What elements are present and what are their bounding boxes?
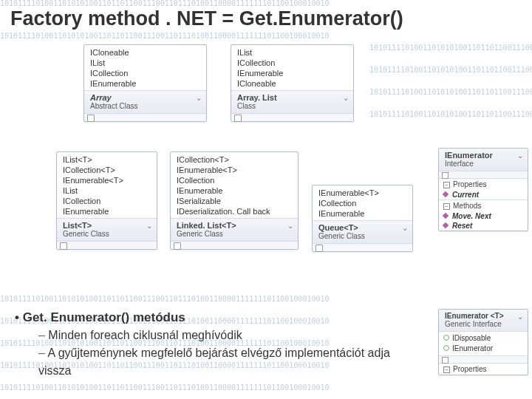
binary-bg-row: 1010111101001101010100110110110011100110… — [0, 33, 532, 40]
class-name: List<T> — [63, 221, 151, 230]
class-name: Array — [90, 93, 200, 102]
interface-item: ICollection — [63, 196, 151, 206]
section-methods[interactable]: −Methods — [439, 200, 528, 211]
binary-bg-row: 1010111101001101010100110110110011100110… — [369, 44, 532, 52]
chevron-icon[interactable]: ⌄ — [146, 222, 152, 230]
lollipop-icon — [443, 335, 449, 341]
interface-item: IDisposable — [452, 333, 523, 344]
class-kind: Abstract Class — [90, 102, 200, 110]
lollipop-icon — [443, 345, 449, 351]
slide-title: Factory method . NET = Get.Enumerator() — [10, 7, 403, 30]
expand-toggle[interactable] — [439, 171, 528, 178]
class-name: Linked. List<T> — [177, 221, 292, 230]
class-kind: Generic Class — [318, 232, 406, 240]
section-properties[interactable]: −Properties — [439, 363, 528, 375]
binary-bg-row: 1010111101001101010100110110110011100110… — [0, 296, 532, 303]
expand-toggle[interactable] — [231, 113, 353, 121]
bullet-list: Get. Enumerator() metódus Minden foreach… — [15, 309, 421, 380]
chevron-icon[interactable]: ⌄ — [402, 224, 408, 232]
class-array: ICloneable IList ICollection IEnumerable… — [83, 44, 207, 122]
interface-item: IEnumerable — [318, 208, 406, 219]
class-name: Array. List — [237, 93, 347, 102]
interfaces-list: IList ICollection IEnumerable ICloneable — [231, 45, 353, 90]
interface-item: IList — [237, 47, 347, 58]
interface-item: IList — [90, 58, 200, 68]
interface-item: IList — [63, 185, 151, 196]
property-current: Current — [439, 190, 528, 200]
class-list-t: IList<T> ICollection<T> IEnumerable<T> I… — [56, 151, 157, 250]
section-label: Properties — [453, 180, 487, 188]
interface-ienumerator-t: IEnumerator <T> Generic Interface ⌄ IDis… — [438, 309, 528, 375]
interface-item: IEnumerable — [237, 68, 347, 78]
class-queue-t: IEnumerable<T> ICollection IEnumerable Q… — [312, 185, 413, 252]
interface-kind: Interface — [445, 160, 522, 168]
interface-item: ICollection<T> — [177, 154, 292, 165]
expand-toggle[interactable] — [313, 243, 412, 251]
expand-toggle[interactable] — [57, 241, 157, 249]
interface-kind: Generic Interface — [445, 320, 522, 328]
interface-item: IList<T> — [63, 154, 151, 165]
interface-name: IEnumerator — [445, 151, 522, 160]
chevron-icon[interactable]: ⌄ — [287, 222, 293, 230]
binary-bg-row: 1010111101001101010100110110110011100110… — [0, 0, 532, 7]
interfaces-list: IList<T> ICollection<T> IEnumerable<T> I… — [57, 152, 157, 218]
chevron-icon[interactable]: ⌄ — [196, 94, 202, 102]
expand-toggle[interactable] — [84, 113, 206, 121]
bullet-sub: Minden foreach ciklusnál meghívódik — [38, 327, 421, 344]
interface-item: IEnumerable — [63, 206, 151, 216]
interface-item: ICloneable — [237, 78, 347, 89]
interface-item: IEnumerable — [177, 185, 292, 196]
binary-bg-row: 1010111101001101010100110110110011100110… — [369, 89, 532, 96]
class-arraylist: IList ICollection IEnumerable ICloneable… — [231, 44, 354, 122]
interface-item: IEnumerable — [90, 78, 200, 89]
chevron-icon[interactable]: ⌄ — [343, 94, 349, 102]
interface-item: ICollection<T> — [63, 165, 151, 175]
method-reset: Reset — [439, 221, 528, 231]
interface-ienumerator: IEnumerator Interface ⌄ −Properties Curr… — [438, 148, 528, 231]
binary-bg-row: 1010111101001101010100110110110011100110… — [369, 66, 532, 74]
binary-bg-row: 1010111101001101010100110110110011100110… — [0, 384, 532, 392]
interface-item: IEnumerable<T> — [63, 175, 151, 185]
interface-item: ICloneable — [90, 47, 200, 58]
interfaces-list: IEnumerable<T> ICollection IEnumerable — [313, 185, 412, 220]
section-properties[interactable]: −Properties — [439, 178, 528, 190]
interface-item: IEnumerable<T> — [318, 188, 406, 198]
interface-item: ICollection — [177, 175, 292, 185]
interface-item: IEnumerable<T> — [177, 165, 292, 175]
class-kind: Generic Class — [63, 230, 151, 238]
section-label: Methods — [453, 202, 481, 210]
class-name: Queue<T> — [318, 223, 406, 232]
class-linkedlist-t: ICollection<T> IEnumerable<T> ICollectio… — [170, 151, 299, 250]
class-kind: Generic Class — [177, 230, 292, 238]
method-movenext: Move. Next — [439, 211, 528, 221]
interface-name: IEnumerator <T> — [445, 312, 522, 320]
interface-item: ICollection — [90, 68, 200, 78]
interface-item: ISerializable — [177, 196, 292, 206]
interfaces-list: ICollection<T> IEnumerable<T> ICollectio… — [171, 152, 298, 218]
chevron-icon[interactable]: ⌄ — [517, 313, 523, 321]
class-kind: Class — [237, 102, 347, 110]
interface-item: IDeserialization. Call back — [177, 206, 292, 216]
expand-toggle[interactable] — [171, 241, 298, 249]
interface-item: ICollection — [237, 58, 347, 68]
expand-toggle[interactable] — [439, 355, 528, 363]
bullet-main: Get. Enumerator() metódus — [15, 309, 421, 327]
bullet-sub: A gyűjteménynek megfelelő bejárást elvég… — [38, 344, 421, 380]
interfaces-list: ICloneable IList ICollection IEnumerable — [84, 45, 206, 90]
section-label: Properties — [453, 365, 487, 373]
binary-bg-row: 1010111101001101010100110110110011100110… — [369, 111, 532, 118]
interface-item: ICollection — [318, 198, 406, 208]
chevron-icon[interactable]: ⌄ — [517, 151, 523, 160]
interface-item: IEnumerator — [452, 344, 493, 352]
